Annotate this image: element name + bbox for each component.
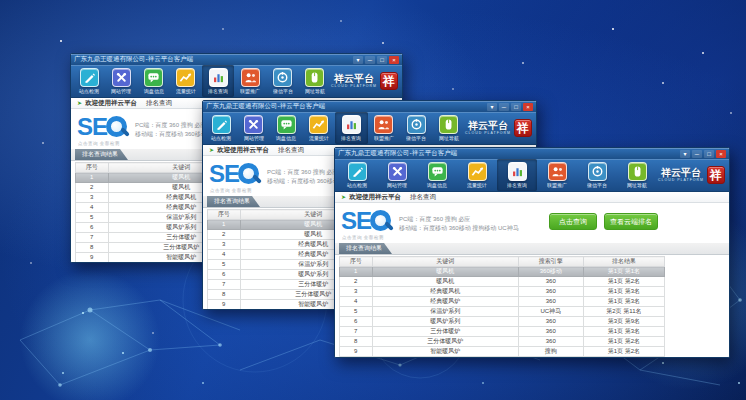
toolbar-item-line-chart[interactable]: 流量统计: [457, 159, 497, 191]
close-icon[interactable]: ×: [389, 56, 399, 64]
main-toolbar: 站点检测网站管理询盘信息流量统计排名查询联盟推广微信平台网址导航 祥云平台 CL…: [335, 159, 729, 192]
toolbar-item-label: 排名查询: [208, 88, 228, 94]
minimize-icon[interactable]: ─: [365, 56, 375, 64]
page-title: 排名查询: [146, 99, 172, 108]
window-titlebar[interactable]: 广东九鼎王暖通有限公司-祥云平台客户端 ▾ ─ □ ×: [71, 54, 402, 65]
maximize-icon[interactable]: □: [511, 103, 521, 111]
table-row[interactable]: 4经典暖风炉360第1页 第3名: [340, 297, 665, 307]
toolbar-item-pencil[interactable]: 站点检测: [337, 159, 377, 191]
skin-icon[interactable]: ▾: [353, 56, 363, 64]
seo-letters: SE: [341, 209, 371, 233]
toolbar-item-label: 询盘信息: [427, 182, 447, 188]
toolbar-item-label: 联盟推广: [547, 182, 567, 188]
window-titlebar[interactable]: 广东九鼎王暖通有限公司-祥云平台客户端 ▾ ─ □ ×: [203, 101, 536, 112]
toolbar-item-bar-chart[interactable]: 排名查询: [335, 112, 368, 144]
window-title: 广东九鼎王暖通有限公司-祥云平台客户端: [338, 149, 457, 158]
toolbar-item-bar-chart[interactable]: 排名查询: [202, 65, 234, 97]
table-header-cell: 排名结果: [583, 257, 664, 267]
desktop-background: 广东九鼎王暖通有限公司-祥云平台客户端 ▾ ─ □ × 站点检测网站管理询盘信息…: [0, 0, 746, 400]
toolbar-item-compass[interactable]: 微信平台: [400, 112, 433, 144]
table-row[interactable]: 7三分体暖炉360第1页 第3名: [340, 327, 665, 337]
toolbar-item-mouse[interactable]: 网址导航: [617, 159, 657, 191]
toolbar-item-label: 排名查询: [341, 135, 361, 141]
toolbar-item-label: 流量统计: [467, 182, 487, 188]
toolbar-item-pencil[interactable]: 站点检测: [73, 65, 105, 97]
table-row[interactable]: 3经典暖风机360第1页 第3名: [340, 287, 665, 297]
table-header-cell: 序号: [340, 257, 373, 267]
toolbar-item-pencil[interactable]: 站点检测: [205, 112, 238, 144]
close-icon[interactable]: ×: [523, 103, 533, 111]
tab-rank-results[interactable]: 排名查询结果: [339, 243, 392, 254]
toolbar-item-label: 网站管理: [387, 182, 407, 188]
minimize-icon[interactable]: ─: [692, 150, 702, 158]
skin-icon[interactable]: ▾: [487, 103, 497, 111]
toolbar-item-tools[interactable]: 网站管理: [377, 159, 417, 191]
toolbar-item-bar-chart[interactable]: 排名查询: [497, 159, 537, 191]
skin-icon[interactable]: ▾: [680, 150, 690, 158]
toolbar-item-label: 流量统计: [176, 88, 196, 94]
table-row[interactable]: 9智能暖风炉搜狗第1页 第2名: [340, 347, 665, 357]
toolbar-item-people[interactable]: 联盟推广: [368, 112, 401, 144]
toolbar-item-chat[interactable]: 询盘信息: [270, 112, 303, 144]
toolbar-item-tools[interactable]: 网站管理: [238, 112, 271, 144]
query-button[interactable]: 点击查询: [549, 213, 597, 230]
toolbar-item-label: 询盘信息: [276, 135, 296, 141]
rank-results-table: 序号关键词搜索引擎排名结果 1暖风机360移动第1页 第1名2暖风机360第1页…: [339, 256, 665, 358]
seo-letters: SE: [209, 162, 239, 186]
minimize-icon[interactable]: ─: [499, 103, 509, 111]
maximize-icon[interactable]: □: [704, 150, 714, 158]
table-row[interactable]: 2暖风机360第1页 第2名: [340, 277, 665, 287]
table-row[interactable]: 5保温炉系列UC神马第2页 第11名: [340, 307, 665, 317]
close-icon[interactable]: ×: [716, 150, 726, 158]
toolbar-item-chat[interactable]: 询盘信息: [138, 65, 170, 97]
toolbar-item-label: 询盘信息: [144, 88, 164, 94]
bar-chart-icon: [508, 162, 527, 181]
toolbar-item-people[interactable]: 联盟推广: [234, 65, 266, 97]
seo-logo: SE 点击查询 全面检测: [209, 162, 259, 193]
toolbar-item-label: 网址导航: [305, 88, 325, 94]
tab-rank-results[interactable]: 排名查询结果: [75, 149, 128, 160]
window-titlebar[interactable]: 广东九鼎王暖通有限公司-祥云平台客户端 ▾ ─ □ ×: [335, 148, 729, 159]
brand-name: 祥云平台: [465, 121, 511, 131]
mouse-icon: [628, 162, 647, 181]
tab-rank-results[interactable]: 排名查询结果: [207, 196, 260, 207]
engine-info-pc: PC端：百度 360 搜狗 必应: [399, 215, 519, 224]
welcome-text: 欢迎使用祥云平台: [85, 99, 137, 108]
engine-info-mobile: 移动端：百度移动 360移动 搜狗移动 UC神马: [399, 224, 519, 233]
breadcrumb: ➤ 欢迎使用祥云平台 排名查询: [335, 192, 729, 203]
toolbar-item-label: 排名查询: [507, 182, 527, 188]
toolbar-item-tools[interactable]: 网站管理: [105, 65, 137, 97]
pencil-icon: [80, 68, 99, 87]
table-body: 1暖风机360移动第1页 第1名2暖风机360第1页 第2名3经典暖风机360第…: [340, 267, 665, 359]
cloud-rank-button[interactable]: 查看云端排名: [604, 213, 658, 230]
toolbar-item-line-chart[interactable]: 流量统计: [170, 65, 202, 97]
brand-block: 祥云平台 CLOUD PLATFORM 祥: [331, 65, 400, 97]
people-icon: [241, 68, 260, 87]
table-header-cell: 序号: [208, 210, 241, 220]
toolbar-item-compass[interactable]: 微信平台: [577, 159, 617, 191]
welcome-icon: ➤: [209, 147, 214, 153]
page-title: 排名查询: [410, 193, 436, 202]
maximize-icon[interactable]: □: [377, 56, 387, 64]
toolbar-item-people[interactable]: 联盟推广: [537, 159, 577, 191]
toolbar-item-mouse[interactable]: 网址导航: [433, 112, 466, 144]
table-row[interactable]: 1暖风机360移动第1页 第1名: [340, 267, 665, 277]
toolbar-item-mouse[interactable]: 网址导航: [299, 65, 331, 97]
app-window[interactable]: 广东九鼎王暖通有限公司-祥云平台客户端 ▾ ─ □ × 站点检测网站管理询盘信息…: [334, 147, 730, 358]
toolbar-item-line-chart[interactable]: 流量统计: [303, 112, 336, 144]
table-row[interactable]: 8三分体暖风炉360第1页 第2名: [340, 337, 665, 347]
toolbar-items: 站点检测网站管理询盘信息流量统计排名查询联盟推广微信平台网址导航: [337, 159, 658, 191]
toolbar-item-label: 联盟推广: [374, 135, 394, 141]
table-row[interactable]: 6暖风炉系列360第3页 第9名: [340, 317, 665, 327]
toolbar-item-compass[interactable]: 微信平台: [267, 65, 299, 97]
toolbar-item-label: 网站管理: [244, 135, 264, 141]
welcome-icon: ➤: [341, 194, 346, 200]
pencil-icon: [348, 162, 367, 181]
table-row[interactable]: 10智能暖风炉360第1页 第3名: [340, 357, 665, 359]
toolbar-item-label: 联盟推广: [240, 88, 260, 94]
seo-letters: SE: [77, 115, 107, 139]
toolbar-item-label: 微信平台: [406, 135, 426, 141]
toolbar-item-label: 微信平台: [587, 182, 607, 188]
magnifier-icon: [238, 163, 259, 184]
toolbar-item-chat[interactable]: 询盘信息: [417, 159, 457, 191]
